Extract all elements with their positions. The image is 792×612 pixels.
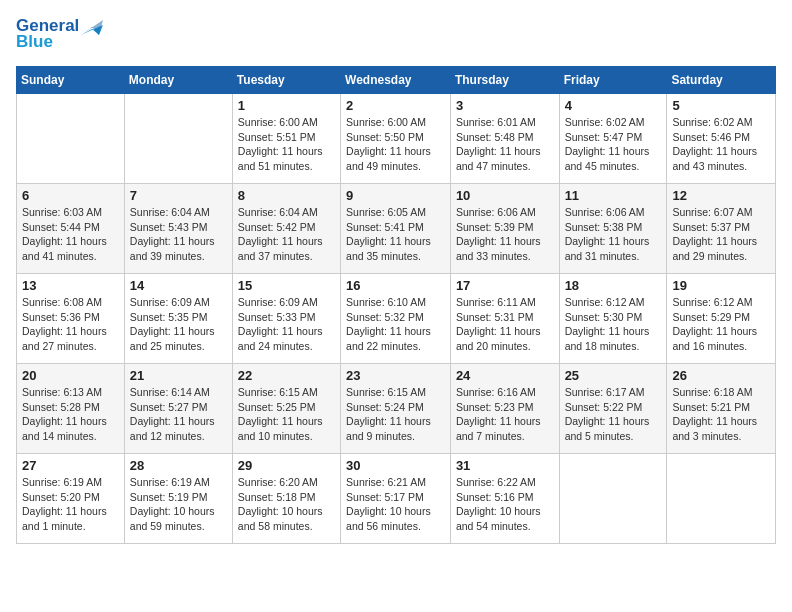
day-header-monday: Monday <box>124 67 232 94</box>
day-number: 11 <box>565 188 662 203</box>
calendar-cell: 19Sunrise: 6:12 AMSunset: 5:29 PMDayligh… <box>667 274 776 364</box>
day-info: Sunrise: 6:18 AMSunset: 5:21 PMDaylight:… <box>672 385 770 444</box>
day-number: 24 <box>456 368 554 383</box>
calendar-week-row: 13Sunrise: 6:08 AMSunset: 5:36 PMDayligh… <box>17 274 776 364</box>
day-number: 21 <box>130 368 227 383</box>
day-number: 8 <box>238 188 335 203</box>
logo-text-block: General Blue <box>16 16 103 52</box>
calendar-cell: 8Sunrise: 6:04 AMSunset: 5:42 PMDaylight… <box>232 184 340 274</box>
day-number: 19 <box>672 278 770 293</box>
calendar-cell: 6Sunrise: 6:03 AMSunset: 5:44 PMDaylight… <box>17 184 125 274</box>
day-number: 25 <box>565 368 662 383</box>
calendar-cell: 15Sunrise: 6:09 AMSunset: 5:33 PMDayligh… <box>232 274 340 364</box>
day-number: 2 <box>346 98 445 113</box>
day-number: 4 <box>565 98 662 113</box>
day-info: Sunrise: 6:04 AMSunset: 5:42 PMDaylight:… <box>238 205 335 264</box>
calendar-cell: 5Sunrise: 6:02 AMSunset: 5:46 PMDaylight… <box>667 94 776 184</box>
calendar-week-row: 27Sunrise: 6:19 AMSunset: 5:20 PMDayligh… <box>17 454 776 544</box>
day-header-wednesday: Wednesday <box>341 67 451 94</box>
day-number: 26 <box>672 368 770 383</box>
day-header-friday: Friday <box>559 67 667 94</box>
day-info: Sunrise: 6:00 AMSunset: 5:51 PMDaylight:… <box>238 115 335 174</box>
day-info: Sunrise: 6:03 AMSunset: 5:44 PMDaylight:… <box>22 205 119 264</box>
calendar-cell: 30Sunrise: 6:21 AMSunset: 5:17 PMDayligh… <box>341 454 451 544</box>
calendar-cell: 28Sunrise: 6:19 AMSunset: 5:19 PMDayligh… <box>124 454 232 544</box>
calendar-cell <box>667 454 776 544</box>
calendar-cell: 13Sunrise: 6:08 AMSunset: 5:36 PMDayligh… <box>17 274 125 364</box>
calendar-cell: 23Sunrise: 6:15 AMSunset: 5:24 PMDayligh… <box>341 364 451 454</box>
day-number: 30 <box>346 458 445 473</box>
logo-bird-icon <box>81 17 103 35</box>
calendar-cell: 24Sunrise: 6:16 AMSunset: 5:23 PMDayligh… <box>450 364 559 454</box>
day-info: Sunrise: 6:08 AMSunset: 5:36 PMDaylight:… <box>22 295 119 354</box>
day-info: Sunrise: 6:12 AMSunset: 5:29 PMDaylight:… <box>672 295 770 354</box>
calendar-header-row: SundayMondayTuesdayWednesdayThursdayFrid… <box>17 67 776 94</box>
day-info: Sunrise: 6:21 AMSunset: 5:17 PMDaylight:… <box>346 475 445 534</box>
day-info: Sunrise: 6:05 AMSunset: 5:41 PMDaylight:… <box>346 205 445 264</box>
day-number: 5 <box>672 98 770 113</box>
day-info: Sunrise: 6:09 AMSunset: 5:33 PMDaylight:… <box>238 295 335 354</box>
day-info: Sunrise: 6:15 AMSunset: 5:25 PMDaylight:… <box>238 385 335 444</box>
day-info: Sunrise: 6:01 AMSunset: 5:48 PMDaylight:… <box>456 115 554 174</box>
day-info: Sunrise: 6:10 AMSunset: 5:32 PMDaylight:… <box>346 295 445 354</box>
day-number: 17 <box>456 278 554 293</box>
day-number: 28 <box>130 458 227 473</box>
calendar-cell: 3Sunrise: 6:01 AMSunset: 5:48 PMDaylight… <box>450 94 559 184</box>
calendar-body: 1Sunrise: 6:00 AMSunset: 5:51 PMDaylight… <box>17 94 776 544</box>
calendar-cell: 11Sunrise: 6:06 AMSunset: 5:38 PMDayligh… <box>559 184 667 274</box>
day-info: Sunrise: 6:15 AMSunset: 5:24 PMDaylight:… <box>346 385 445 444</box>
day-number: 27 <box>22 458 119 473</box>
day-number: 16 <box>346 278 445 293</box>
day-number: 23 <box>346 368 445 383</box>
calendar-week-row: 1Sunrise: 6:00 AMSunset: 5:51 PMDaylight… <box>17 94 776 184</box>
calendar-cell: 22Sunrise: 6:15 AMSunset: 5:25 PMDayligh… <box>232 364 340 454</box>
calendar-cell <box>17 94 125 184</box>
day-number: 14 <box>130 278 227 293</box>
day-number: 31 <box>456 458 554 473</box>
calendar-cell: 27Sunrise: 6:19 AMSunset: 5:20 PMDayligh… <box>17 454 125 544</box>
calendar-cell: 12Sunrise: 6:07 AMSunset: 5:37 PMDayligh… <box>667 184 776 274</box>
day-number: 10 <box>456 188 554 203</box>
calendar-cell: 9Sunrise: 6:05 AMSunset: 5:41 PMDaylight… <box>341 184 451 274</box>
day-info: Sunrise: 6:02 AMSunset: 5:47 PMDaylight:… <box>565 115 662 174</box>
calendar-table: SundayMondayTuesdayWednesdayThursdayFrid… <box>16 66 776 544</box>
day-header-sunday: Sunday <box>17 67 125 94</box>
calendar-week-row: 6Sunrise: 6:03 AMSunset: 5:44 PMDaylight… <box>17 184 776 274</box>
day-info: Sunrise: 6:14 AMSunset: 5:27 PMDaylight:… <box>130 385 227 444</box>
day-number: 13 <box>22 278 119 293</box>
calendar-cell: 1Sunrise: 6:00 AMSunset: 5:51 PMDaylight… <box>232 94 340 184</box>
day-number: 29 <box>238 458 335 473</box>
calendar-cell: 4Sunrise: 6:02 AMSunset: 5:47 PMDaylight… <box>559 94 667 184</box>
day-info: Sunrise: 6:20 AMSunset: 5:18 PMDaylight:… <box>238 475 335 534</box>
day-header-saturday: Saturday <box>667 67 776 94</box>
logo: General Blue <box>16 16 103 52</box>
day-header-thursday: Thursday <box>450 67 559 94</box>
day-header-tuesday: Tuesday <box>232 67 340 94</box>
calendar-cell: 31Sunrise: 6:22 AMSunset: 5:16 PMDayligh… <box>450 454 559 544</box>
day-info: Sunrise: 6:09 AMSunset: 5:35 PMDaylight:… <box>130 295 227 354</box>
logo-blue: Blue <box>16 32 53 52</box>
calendar-cell: 26Sunrise: 6:18 AMSunset: 5:21 PMDayligh… <box>667 364 776 454</box>
calendar-cell: 18Sunrise: 6:12 AMSunset: 5:30 PMDayligh… <box>559 274 667 364</box>
day-number: 9 <box>346 188 445 203</box>
day-info: Sunrise: 6:16 AMSunset: 5:23 PMDaylight:… <box>456 385 554 444</box>
day-info: Sunrise: 6:06 AMSunset: 5:38 PMDaylight:… <box>565 205 662 264</box>
calendar-week-row: 20Sunrise: 6:13 AMSunset: 5:28 PMDayligh… <box>17 364 776 454</box>
day-number: 7 <box>130 188 227 203</box>
day-info: Sunrise: 6:00 AMSunset: 5:50 PMDaylight:… <box>346 115 445 174</box>
day-number: 15 <box>238 278 335 293</box>
day-info: Sunrise: 6:19 AMSunset: 5:20 PMDaylight:… <box>22 475 119 534</box>
day-info: Sunrise: 6:13 AMSunset: 5:28 PMDaylight:… <box>22 385 119 444</box>
calendar-cell: 10Sunrise: 6:06 AMSunset: 5:39 PMDayligh… <box>450 184 559 274</box>
calendar-cell: 25Sunrise: 6:17 AMSunset: 5:22 PMDayligh… <box>559 364 667 454</box>
calendar-cell: 7Sunrise: 6:04 AMSunset: 5:43 PMDaylight… <box>124 184 232 274</box>
day-number: 18 <box>565 278 662 293</box>
calendar-cell: 14Sunrise: 6:09 AMSunset: 5:35 PMDayligh… <box>124 274 232 364</box>
day-info: Sunrise: 6:07 AMSunset: 5:37 PMDaylight:… <box>672 205 770 264</box>
calendar-cell <box>559 454 667 544</box>
day-info: Sunrise: 6:04 AMSunset: 5:43 PMDaylight:… <box>130 205 227 264</box>
day-info: Sunrise: 6:02 AMSunset: 5:46 PMDaylight:… <box>672 115 770 174</box>
day-number: 3 <box>456 98 554 113</box>
day-info: Sunrise: 6:06 AMSunset: 5:39 PMDaylight:… <box>456 205 554 264</box>
day-number: 1 <box>238 98 335 113</box>
